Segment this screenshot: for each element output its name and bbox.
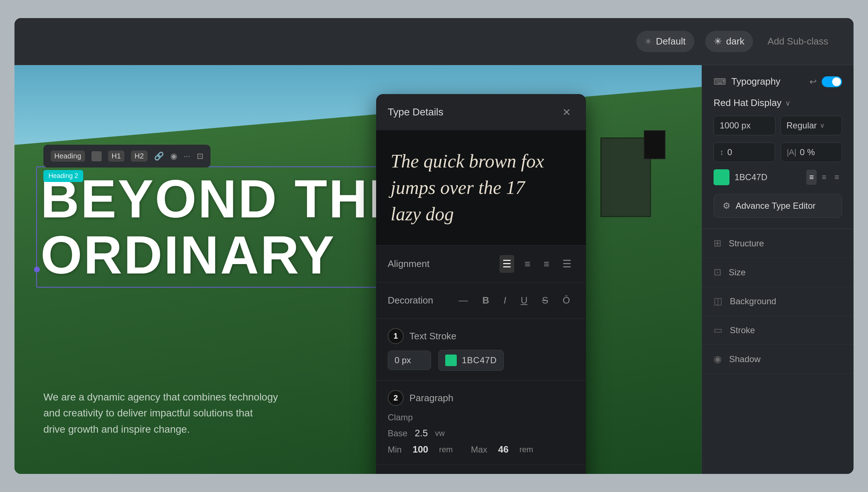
- font-chevron-icon: ∨: [785, 99, 791, 107]
- right-panel: ⌨ Typography ↩ Red Hat Display ∨: [702, 65, 854, 474]
- typography-header: ⌨ Typography ↩: [714, 76, 842, 87]
- deco-strikethrough-button[interactable]: S: [537, 292, 552, 309]
- close-icon: ✕: [562, 106, 571, 118]
- structure-label: Structure: [729, 238, 764, 249]
- stroke-color-swatch: [445, 355, 457, 366]
- letter-spacing-input[interactable]: |A| 0 %: [781, 143, 842, 162]
- stroke-label: Text Stroke: [409, 331, 456, 342]
- structure-icon: ⊞: [714, 238, 722, 249]
- text-align-center-button[interactable]: ≡: [819, 170, 829, 185]
- app-window: ✳ Default ✳ dark Add Sub-class Heading H…: [14, 18, 854, 474]
- align-center-button[interactable]: ≡: [522, 255, 533, 273]
- max-value: 46: [498, 444, 509, 455]
- advance-type-editor-button[interactable]: ⚙ Advance Type Editor: [714, 194, 842, 218]
- background-icon: ◫: [714, 296, 723, 307]
- shadow-label: Shadow: [729, 354, 761, 364]
- decoration-section: Decoration — B I U S Ō: [376, 282, 586, 318]
- stroke-color-hex: 1BC47D: [462, 355, 497, 365]
- alignment-label: Alignment: [388, 258, 430, 270]
- line-height-icon: ↕: [720, 148, 724, 157]
- background-label: Background: [730, 296, 776, 306]
- font-preview-area: The quick brown foxjumps over the 17lazy…: [376, 130, 586, 245]
- decoration-label: Decoration: [388, 295, 433, 306]
- clamp-label: Clamp: [388, 412, 413, 422]
- layout-icon: ⊡: [197, 152, 203, 161]
- align-left-button[interactable]: ☰: [499, 255, 514, 273]
- add-subclass-button[interactable]: Add Sub-class: [764, 32, 832, 51]
- dark-label: dark: [726, 36, 745, 47]
- asterisk-icon: ✳: [645, 37, 651, 46]
- preview-text: The quick brown foxjumps over the 17lazy…: [391, 148, 544, 227]
- align-right-button[interactable]: ≡: [541, 255, 552, 273]
- typography-title: Typography: [731, 76, 780, 87]
- shadow-icon: ◉: [714, 353, 722, 365]
- more-icon: ···: [184, 152, 190, 161]
- font-name-text: Red Hat Display: [714, 97, 782, 109]
- default-class-pill[interactable]: ✳ Default: [636, 31, 694, 52]
- stroke-controls: 0 px 1BC47D: [388, 350, 574, 371]
- paragraph-label: Paragraph: [409, 393, 453, 404]
- alignment-buttons: ☰ ≡ ≡ ☰: [499, 255, 574, 273]
- deco-bold-button[interactable]: B: [478, 292, 494, 309]
- sidebar-item-background[interactable]: ◫ Background: [702, 287, 854, 316]
- h2-tag[interactable]: H2: [131, 150, 148, 162]
- undo-button[interactable]: ↩: [809, 77, 817, 87]
- base-unit: vw: [435, 429, 445, 438]
- font-size-input[interactable]: 1000 px: [714, 116, 775, 135]
- paragraph-section: 2 Paragraph Clamp Base 2.5 vw Min: [376, 380, 586, 465]
- weight-chevron-icon: ∨: [820, 122, 825, 130]
- hero-heading[interactable]: BEYOND THE ORDINARY: [36, 166, 434, 288]
- modal-title: Type Details: [388, 106, 443, 118]
- alignment-section: Alignment ☰ ≡ ≡ ☰: [376, 245, 586, 282]
- text-align-left-button[interactable]: ≡: [806, 170, 817, 185]
- sidebar-item-shadow[interactable]: ◉ Shadow: [702, 345, 854, 374]
- size-icon: ⊡: [714, 267, 722, 278]
- stroke-icon: ▭: [714, 325, 723, 336]
- sidebar-item-stroke[interactable]: ▭ Stroke: [702, 316, 854, 345]
- hero-text: BEYOND THE ORDINARY: [41, 171, 430, 283]
- text-color-hex: 1BC47D: [735, 172, 801, 182]
- stroke-px-input[interactable]: 0 px: [388, 351, 431, 370]
- link-icon: 🔗: [154, 152, 164, 161]
- text-stroke-section: 1 Text Stroke 0 px 1BC47D: [376, 318, 586, 380]
- typography-icon: ⌨: [714, 77, 726, 87]
- font-controls-row: 1000 px Regular ∨: [714, 116, 842, 135]
- typography-toggle[interactable]: [822, 76, 842, 87]
- deco-underline-button[interactable]: U: [516, 292, 532, 309]
- stroke-color-picker[interactable]: 1BC47D: [438, 350, 504, 371]
- character-unit-section: Character Unit none: [376, 465, 586, 474]
- canvas-area: Heading H1 H2 🔗 ◉ ··· ⊡ Heading 2 BEYOND…: [14, 65, 702, 474]
- base-value: 2.5: [415, 428, 428, 439]
- min-unit: rem: [439, 445, 453, 454]
- line-height-input[interactable]: ↕ 0: [714, 143, 775, 162]
- advance-editor-label: Advance Type Editor: [736, 201, 816, 211]
- h1-tag[interactable]: H1: [108, 150, 125, 162]
- heading-tag: Heading: [51, 150, 85, 162]
- deco-dash-button[interactable]: —: [454, 292, 472, 309]
- font-size-value: 1000 px: [720, 120, 750, 131]
- top-bar: ✳ Default ✳ dark Add Sub-class: [14, 18, 854, 65]
- max-unit: rem: [519, 445, 533, 454]
- stroke-px-value: 0 px: [395, 355, 411, 365]
- font-name-row: Red Hat Display ∨: [714, 97, 842, 109]
- circle-icon: ◉: [170, 152, 177, 161]
- font-weight-select[interactable]: Regular ∨: [780, 116, 842, 135]
- align-justify-button[interactable]: ☰: [559, 255, 574, 273]
- dark-class-pill[interactable]: ✳ dark: [705, 31, 753, 52]
- modal-close-button[interactable]: ✕: [558, 104, 574, 120]
- base-label: Base: [388, 428, 408, 438]
- line-height-value: 0: [727, 147, 732, 157]
- text-align-right-button[interactable]: ≡: [831, 170, 842, 185]
- type-details-modal: Type Details ✕ The quick brown foxjumps …: [376, 94, 586, 474]
- deco-italic-button[interactable]: I: [499, 292, 510, 309]
- hero-subtext: We are a dynamic agency that combines te…: [43, 389, 434, 438]
- subtext-content: We are a dynamic agency that combines te…: [43, 389, 297, 438]
- deco-overline-button[interactable]: Ō: [558, 292, 574, 309]
- sidebar-item-size[interactable]: ⊡ Size: [702, 258, 854, 287]
- text-color-swatch[interactable]: [714, 169, 729, 185]
- heading-toolbar: Heading H1 H2 🔗 ◉ ··· ⊡: [43, 145, 210, 167]
- sidebar-item-structure[interactable]: ⊞ Structure: [702, 229, 854, 258]
- font-name-selector[interactable]: Red Hat Display ∨: [714, 97, 791, 109]
- size-label: Size: [729, 267, 746, 277]
- min-label: Min: [388, 445, 402, 455]
